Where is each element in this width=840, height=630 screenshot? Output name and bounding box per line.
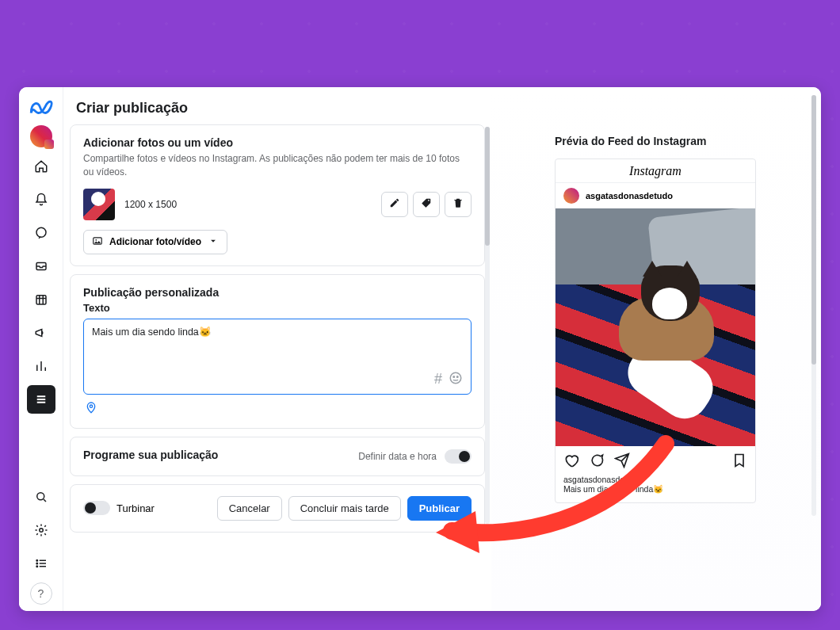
preview-caption-user: asgatasdonasdetudo (563, 475, 747, 484)
svg-point-0 (36, 227, 46, 237)
media-card: Adicionar fotos ou um vídeo Compartilhe … (70, 124, 485, 266)
hashtag-icon[interactable]: # (434, 371, 442, 389)
finish-later-button[interactable]: Concluir mais tarde (288, 496, 401, 521)
svg-point-10 (450, 372, 461, 384)
home-icon[interactable] (27, 152, 55, 181)
bell-icon[interactable] (27, 185, 55, 214)
preview-avatar (563, 188, 579, 204)
svg-point-3 (36, 493, 44, 500)
preview-action-row (556, 446, 755, 475)
instagram-logo: Instagram (556, 159, 755, 183)
preview-column: Prévia do Feed do Instagram Instagram as… (491, 87, 821, 611)
svg-point-4 (39, 529, 43, 533)
list-icon[interactable] (27, 549, 55, 578)
media-subtext: Compartilhe fotos e vídeos no Instagram.… (83, 152, 472, 179)
svg-point-13 (90, 405, 92, 407)
svg-point-5 (36, 560, 38, 562)
megaphone-icon[interactable] (27, 319, 55, 347)
left-scrollbar[interactable] (485, 127, 490, 524)
preview-user-row: asgatasdonasdetudo (556, 183, 755, 208)
svg-point-6 (36, 563, 38, 564)
search-icon[interactable] (27, 483, 55, 511)
svg-point-11 (453, 376, 455, 377)
svg-point-7 (36, 566, 38, 567)
help-icon[interactable]: ? (30, 582, 52, 605)
image-icon (92, 235, 103, 249)
caption-input[interactable]: Mais um dia sendo linda🐱 (92, 326, 463, 371)
boost-label: Turbinar (116, 502, 155, 514)
preview-caption-text: Mais um dia sendo linda🐱 (563, 484, 663, 494)
right-scrollbar-thumb[interactable] (811, 95, 816, 365)
right-scrollbar[interactable] (811, 95, 816, 516)
add-media-button[interactable]: Adicionar foto/vídeo (83, 230, 227, 254)
tag-icon (421, 197, 432, 211)
hamburger-menu-icon[interactable] (27, 385, 55, 414)
preview-username: asgatasdonasdetudo (586, 191, 673, 200)
svg-point-12 (457, 376, 459, 377)
media-dimensions: 1200 x 1500 (124, 199, 177, 210)
delete-media-button[interactable] (445, 192, 472, 217)
boost-toggle[interactable] (83, 501, 110, 515)
calendar-grid-icon[interactable] (27, 285, 55, 314)
meta-logo-icon[interactable] (28, 94, 55, 120)
instagram-preview: Instagram asgatasdonasdetudo (555, 158, 756, 503)
chevron-down-icon (208, 235, 219, 249)
preview-caption: asgatasdonasdetudo Mais um dia sendo lin… (556, 475, 755, 502)
location-pin-icon[interactable] (85, 403, 97, 416)
insights-icon[interactable] (27, 352, 55, 380)
sidebar: ? (19, 87, 63, 611)
schedule-card: Programe sua publicação Definir data e h… (70, 437, 485, 476)
composer-column: Criar publicação Adicionar fotos ou um v… (63, 87, 491, 611)
media-thumbnail[interactable] (83, 189, 115, 220)
inbox-icon[interactable] (27, 252, 55, 281)
svg-point-9 (95, 239, 97, 241)
publish-button[interactable]: Publicar (407, 496, 472, 521)
emoji-icon[interactable] (449, 371, 463, 389)
edit-media-button[interactable] (381, 192, 408, 217)
page-title: Criar publicação (70, 98, 485, 124)
cancel-button[interactable]: Cancelar (217, 496, 282, 521)
left-scrollbar-thumb[interactable] (485, 127, 490, 246)
custom-post-card: Publicação personalizada Texto Mais um d… (70, 274, 485, 429)
custom-heading: Publicação personalizada (83, 286, 472, 299)
heart-icon[interactable] (563, 452, 579, 472)
media-heading: Adicionar fotos ou um vídeo (83, 136, 472, 149)
account-avatar[interactable] (30, 125, 52, 147)
tag-media-button[interactable] (413, 192, 440, 217)
text-label: Texto (83, 302, 472, 314)
footer-card: Turbinar Cancelar Concluir mais tarde Pu… (70, 484, 485, 533)
preview-heading: Prévia do Feed do Instagram (555, 135, 805, 147)
chat-icon[interactable] (27, 219, 55, 247)
caption-input-wrap[interactable]: Mais um dia sendo linda🐱 # (83, 319, 472, 395)
bookmark-icon[interactable] (731, 452, 747, 472)
schedule-toggle-label: Definir data e hora (358, 451, 437, 462)
trash-icon (452, 197, 464, 211)
preview-image (556, 208, 755, 446)
svg-rect-2 (36, 296, 46, 304)
gear-icon[interactable] (27, 516, 55, 544)
schedule-heading: Programe sua publicação (83, 449, 218, 461)
schedule-toggle[interactable] (445, 449, 472, 464)
comment-icon[interactable] (589, 452, 605, 472)
add-media-label: Adicionar foto/vídeo (109, 236, 201, 247)
pencil-icon (389, 197, 400, 211)
app-window: ? Criar publicação Adicionar fotos ou um… (19, 87, 821, 611)
share-icon[interactable] (614, 452, 630, 472)
